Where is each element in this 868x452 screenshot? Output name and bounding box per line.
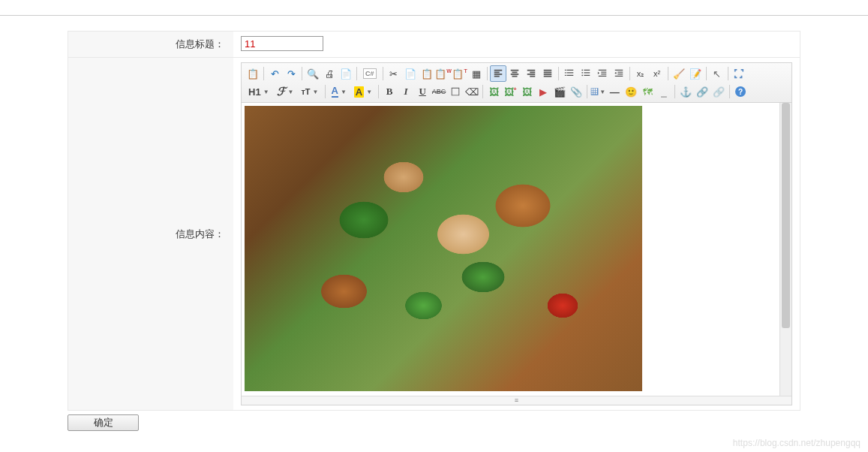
- rich-editor: 📋↶↷🔍🖨📄C#✂📄📋📋W📋T▦x₂x²🧹📝↖ H1▼ℱ▼тT▼A▼A▼BIUA…: [241, 62, 792, 405]
- subscript-icon[interactable]: x₂: [632, 65, 649, 82]
- editor-body: [242, 103, 791, 396]
- align-center-icon[interactable]: [506, 65, 523, 82]
- toolbar-row-2: H1▼ℱ▼тT▼A▼A▼BIUABC⌫🖼🖼+🖼▶🎬📎▼—🙂🗺⎯⚓🔗🔗?: [245, 83, 788, 101]
- outdent-icon[interactable]: [611, 65, 627, 82]
- fullscreen-icon[interactable]: [731, 65, 747, 82]
- redo-icon[interactable]: ↷: [283, 65, 299, 82]
- emoji-icon[interactable]: 🙂: [623, 83, 639, 100]
- help-icon[interactable]: ?: [732, 83, 749, 100]
- indent-icon[interactable]: [594, 65, 611, 82]
- paste2-icon[interactable]: 📋: [419, 65, 435, 82]
- paste-icon[interactable]: 📋: [245, 65, 261, 82]
- hr-icon[interactable]: —: [606, 83, 623, 100]
- align-right-icon[interactable]: [523, 65, 539, 82]
- title-row: 信息标题：: [68, 31, 800, 58]
- underline-icon[interactable]: U: [414, 83, 431, 100]
- italic-icon[interactable]: I: [398, 83, 414, 100]
- unlink-icon[interactable]: 🔗: [710, 83, 727, 100]
- select-icon[interactable]: ↖: [709, 65, 725, 82]
- paste-text-icon[interactable]: 📋T: [452, 65, 468, 82]
- multi-image-icon[interactable]: 🖼+: [502, 83, 518, 100]
- template-icon[interactable]: 📄: [338, 65, 354, 82]
- media-icon[interactable]: 🎬: [551, 83, 568, 100]
- flash-icon[interactable]: ▶: [535, 83, 551, 100]
- separator: [587, 85, 587, 98]
- font-size-dropdown[interactable]: тT▼: [297, 83, 322, 100]
- submit-button[interactable]: 确定: [68, 414, 139, 431]
- editor-canvas[interactable]: [242, 103, 779, 396]
- map-icon[interactable]: 🗺: [639, 83, 656, 100]
- content-label: 信息内容：: [68, 58, 233, 410]
- submit-row: 确定: [68, 410, 800, 431]
- separator: [674, 85, 675, 98]
- copy-icon[interactable]: 📄: [402, 65, 419, 82]
- heading-dropdown[interactable]: H1▼: [245, 83, 273, 100]
- content-row: 信息内容： 📋↶↷🔍🖨📄C#✂📄📋📋W📋T▦x₂x²🧹📝↖ H1▼ℱ▼тT▼A▼…: [68, 57, 800, 411]
- separator: [383, 67, 383, 80]
- pagebreak-icon[interactable]: ⎯: [656, 83, 672, 100]
- content-image: [245, 106, 642, 391]
- clear-format-icon[interactable]: 🧹: [671, 65, 687, 82]
- print-icon[interactable]: 🖨: [321, 65, 338, 82]
- font-color-dropdown[interactable]: A▼: [328, 83, 350, 100]
- separator: [558, 67, 559, 80]
- border-icon[interactable]: [447, 83, 464, 100]
- scrollbar[interactable]: [779, 103, 791, 396]
- separator: [356, 67, 357, 80]
- separator: [487, 67, 488, 80]
- undo-icon[interactable]: ↶: [266, 65, 283, 82]
- cut-icon[interactable]: ✂: [386, 65, 402, 82]
- highlight-dropdown[interactable]: A▼: [350, 83, 376, 100]
- separator: [629, 67, 630, 80]
- image-icon[interactable]: 🖼: [485, 83, 502, 100]
- table-icon[interactable]: ▼: [590, 83, 606, 100]
- attachment-icon[interactable]: 📎: [568, 83, 584, 100]
- separator: [302, 67, 302, 80]
- header-line: [0, 8, 868, 16]
- paste-word-icon[interactable]: 📋W: [435, 65, 452, 82]
- strikethrough-icon[interactable]: ABC: [431, 83, 447, 100]
- remove-format-icon[interactable]: ⌫: [464, 83, 480, 100]
- separator: [706, 67, 707, 80]
- font-family-dropdown[interactable]: ℱ▼: [273, 83, 298, 100]
- align-justify-icon[interactable]: [539, 65, 556, 82]
- editor-toolbar: 📋↶↷🔍🖨📄C#✂📄📋📋W📋T▦x₂x²🧹📝↖ H1▼ℱ▼тT▼A▼A▼BIUA…: [242, 63, 791, 103]
- separator: [325, 85, 326, 98]
- resize-handle[interactable]: ≡: [242, 396, 791, 405]
- form: 信息标题： 信息内容： 📋↶↷🔍🖨📄C#✂📄📋📋W📋T▦x₂x²🧹📝↖ H1▼ℱ…: [68, 31, 800, 431]
- title-label: 信息标题：: [68, 32, 233, 57]
- format-match-icon[interactable]: 📝: [687, 65, 704, 82]
- select-all-icon[interactable]: ▦: [468, 65, 485, 82]
- align-left-icon[interactable]: [490, 65, 506, 82]
- remote-image-icon[interactable]: 🖼: [518, 83, 535, 100]
- separator: [728, 67, 728, 80]
- bold-icon[interactable]: B: [381, 83, 398, 100]
- scroll-thumb[interactable]: [782, 103, 790, 328]
- title-input[interactable]: [241, 36, 323, 51]
- ordered-list-icon[interactable]: [561, 65, 578, 82]
- code-icon[interactable]: C#: [359, 65, 380, 82]
- page: 信息标题： 信息内容： 📋↶↷🔍🖨📄C#✂📄📋📋W📋T▦x₂x²🧹📝↖ H1▼ℱ…: [0, 0, 868, 438]
- preview-icon[interactable]: 🔍: [305, 65, 321, 82]
- anchor-icon[interactable]: ⚓: [677, 83, 694, 100]
- separator: [729, 85, 730, 98]
- separator: [668, 67, 668, 80]
- separator: [263, 67, 264, 80]
- separator: [378, 85, 379, 98]
- toolbar-row-1: 📋↶↷🔍🖨📄C#✂📄📋📋W📋T▦x₂x²🧹📝↖: [245, 65, 788, 83]
- separator: [482, 85, 483, 98]
- watermark: https://blog.csdn.net/zhupengqq: [733, 438, 860, 438]
- unordered-list-icon[interactable]: [578, 65, 594, 82]
- link-icon[interactable]: 🔗: [694, 83, 710, 100]
- superscript-icon[interactable]: x²: [649, 65, 665, 82]
